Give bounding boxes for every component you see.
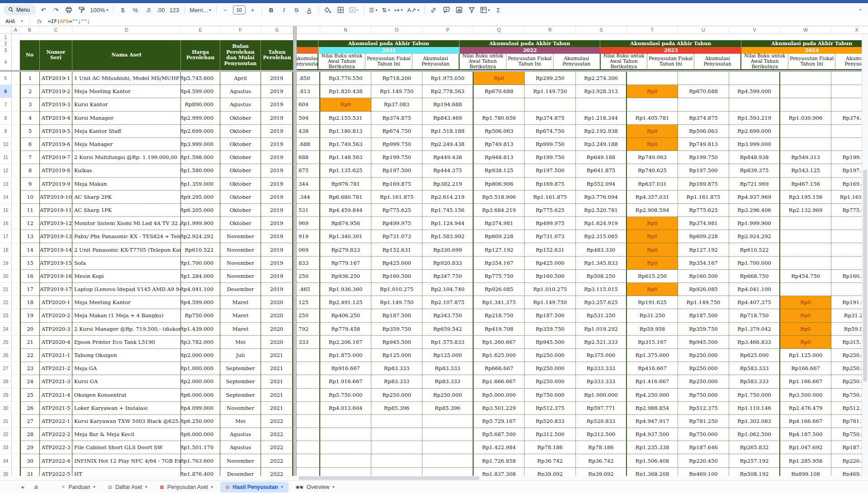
- cell[interactable]: Rp359.750: [525, 323, 576, 336]
- cell[interactable]: Rp39.092: [525, 468, 576, 476]
- cell[interactable]: Rp1.010.275: [525, 283, 576, 296]
- cell[interactable]: Rp625.000: [729, 349, 780, 362]
- cell[interactable]: Rp382.219: [422, 178, 474, 191]
- cell[interactable]: 9: [20, 178, 40, 191]
- cell[interactable]: Rp194.688: [422, 98, 474, 111]
- cell[interactable]: Rp775.625: [525, 204, 576, 217]
- cell[interactable]: ATP2022-3: [40, 441, 72, 454]
- cell[interactable]: Rp5.000.000: [474, 389, 525, 402]
- cell[interactable]: Rp1.345.833: [576, 257, 627, 270]
- cell[interactable]: [12, 336, 20, 349]
- cell[interactable]: [12, 164, 20, 177]
- cell[interactable]: Rp670.688: [474, 85, 525, 98]
- cell[interactable]: Rp750.000: [181, 309, 220, 322]
- cell[interactable]: Rp750.000: [525, 389, 576, 402]
- cell[interactable]: Loker Karyawan + Instalasi: [72, 402, 181, 415]
- cell[interactable]: Rp83.333: [371, 375, 422, 388]
- cell[interactable]: Rp1.285.958: [780, 454, 831, 467]
- cell[interactable]: Kursi Karyawan TXW 5003 Black @625.00: [72, 415, 181, 428]
- cell[interactable]: Rp9.295.000: [181, 191, 220, 204]
- cell[interactable]: Rp169.875: [678, 178, 729, 191]
- cell[interactable]: Rp2.988.854: [627, 402, 678, 415]
- cell[interactable]: Rp160.500: [678, 270, 729, 283]
- cell[interactable]: Rp1.726.858: [474, 454, 525, 467]
- cell[interactable]: Rp166.667: [780, 362, 831, 375]
- insert-chart-icon[interactable]: [454, 5, 465, 15]
- cell[interactable]: Oktober: [220, 151, 261, 164]
- cell[interactable]: Rp83.333: [422, 375, 474, 388]
- cell[interactable]: Rp127.192: [474, 243, 525, 256]
- cell[interactable]: [297, 389, 320, 402]
- row-header[interactable]: 19: [0, 257, 12, 270]
- cell[interactable]: Mesin Kopi: [72, 270, 181, 283]
- cell[interactable]: 14: [20, 243, 40, 256]
- cell[interactable]: 2019: [261, 243, 293, 256]
- cell[interactable]: .465: [297, 283, 320, 296]
- cell[interactable]: Meja Kantor Staff: [72, 125, 181, 138]
- cell[interactable]: ATP2021-5: [40, 402, 72, 415]
- cell[interactable]: [297, 428, 320, 441]
- column-header[interactable]: X: [831, 26, 868, 33]
- cell[interactable]: ATP2021-2: [40, 362, 72, 375]
- cell[interactable]: [729, 98, 780, 111]
- cell[interactable]: 2022: [261, 428, 293, 441]
- pivot-table-icon[interactable]: ▾: [479, 5, 491, 15]
- subheader[interactable]: Nilai Buku untuk Awal Tahun Berikutnya: [318, 54, 365, 70]
- cell[interactable]: 15: [20, 257, 40, 270]
- cell[interactable]: Rp999.750: [371, 138, 422, 151]
- cell[interactable]: [320, 441, 371, 454]
- name-box[interactable]: AH6▾: [0, 19, 30, 24]
- cell[interactable]: Maret: [220, 309, 261, 322]
- cell[interactable]: 8: [20, 164, 40, 177]
- cell[interactable]: Rp499.975: [525, 217, 576, 230]
- decrease-decimal-icon[interactable]: .0: [142, 5, 153, 15]
- cell[interactable]: Rp1.580.000: [181, 164, 220, 177]
- cell[interactable]: Rp2.315.065: [576, 230, 627, 243]
- cell[interactable]: Meja Meeting Kantor: [72, 296, 181, 309]
- cell[interactable]: ATP2019-15: [40, 257, 72, 270]
- cell[interactable]: 2019: [261, 125, 293, 138]
- cell[interactable]: Rp454.750: [780, 270, 831, 283]
- cell[interactable]: [12, 257, 20, 270]
- row-header[interactable]: 25: [0, 336, 12, 349]
- cell[interactable]: Rp1.975.050: [422, 72, 474, 85]
- cell[interactable]: Mei: [220, 415, 261, 428]
- cell[interactable]: Rp191.625: [627, 296, 678, 309]
- row-header[interactable]: 14: [0, 191, 12, 204]
- cell[interactable]: Rp425.000: [371, 257, 422, 270]
- cell[interactable]: Monitor Sistem Xiomi Mi Led 4A TV 32 An: [72, 217, 181, 230]
- cell[interactable]: Meja Meeting Kantor: [72, 85, 181, 98]
- menu-search[interactable]: Menu: [4, 5, 36, 15]
- cell[interactable]: [12, 112, 20, 125]
- cell[interactable]: Rp347.750: [422, 270, 474, 283]
- cell[interactable]: .850: [297, 72, 320, 85]
- cell[interactable]: Rp899.108: [780, 468, 831, 476]
- cell[interactable]: Rp1.749.563: [320, 138, 371, 151]
- cell[interactable]: Rp508.192: [729, 468, 780, 476]
- cell[interactable]: 2019: [261, 178, 293, 191]
- cell[interactable]: 594: [297, 112, 320, 125]
- cell[interactable]: Rp649.188: [576, 151, 627, 164]
- row-header[interactable]: 22: [0, 296, 12, 309]
- cell[interactable]: 19: [20, 309, 40, 322]
- cell[interactable]: Oktober: [220, 217, 261, 230]
- cell[interactable]: ATP2019-8: [40, 164, 72, 177]
- text-color-icon[interactable]: A: [304, 5, 315, 15]
- cell[interactable]: Rp938.125: [474, 164, 525, 177]
- cell[interactable]: Rp2.699.000: [729, 125, 780, 138]
- cell[interactable]: 2: [20, 85, 40, 98]
- cell[interactable]: Rp250.000: [525, 362, 576, 375]
- row-header[interactable]: 29: [0, 389, 12, 402]
- cell[interactable]: Rp374.875: [371, 112, 422, 125]
- cell[interactable]: 250: [297, 270, 320, 283]
- cell[interactable]: [12, 230, 20, 243]
- cell[interactable]: [12, 389, 20, 402]
- cell[interactable]: Rp0: [627, 243, 678, 256]
- cell[interactable]: Rp37.083: [371, 98, 422, 111]
- cell[interactable]: Rp299.250: [525, 72, 576, 85]
- cell[interactable]: INFINIX Hot 12 Play NFC 4/64 - 7GB Exten: [72, 454, 181, 467]
- cell[interactable]: [780, 230, 831, 243]
- merge-cells-icon[interactable]: ▾: [348, 5, 360, 15]
- cell[interactable]: 792: [297, 323, 320, 336]
- fill-color-icon[interactable]: [323, 5, 333, 15]
